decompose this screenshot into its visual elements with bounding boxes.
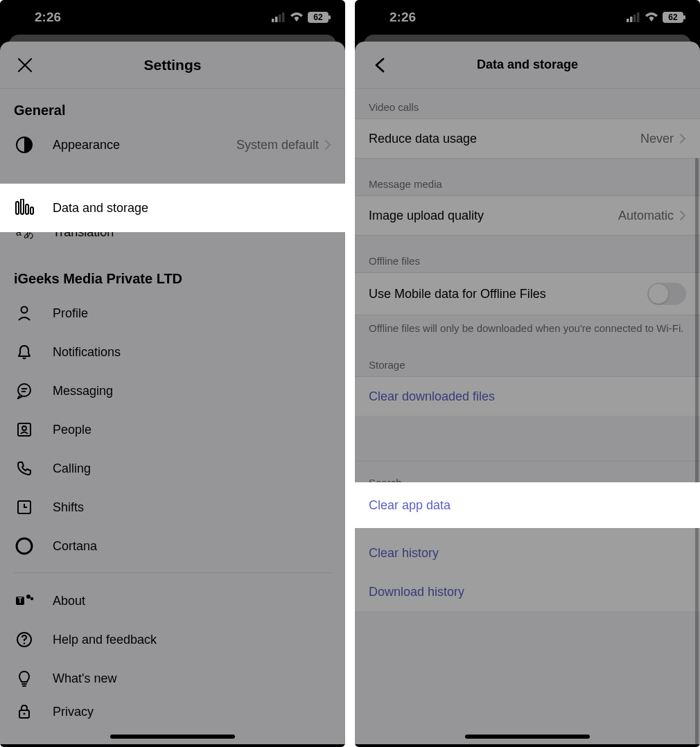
section-video: Video calls: [355, 89, 700, 118]
svg-text:62: 62: [668, 12, 678, 22]
svg-rect-35: [683, 15, 685, 19]
chevron-right-icon: [679, 133, 686, 144]
row-whatsnew[interactable]: What's new: [0, 659, 345, 698]
clock-icon: [14, 497, 35, 518]
clear-files-link: Clear downloaded files: [369, 389, 686, 404]
svg-rect-0: [272, 19, 274, 22]
svg-rect-1: [275, 17, 278, 22]
status-time: 2:26: [390, 10, 416, 25]
row-data-storage[interactable]: Data and storage: [0, 184, 345, 232]
chevron-left-icon: [374, 58, 385, 73]
back-button[interactable]: [366, 51, 394, 79]
battery-icon: 62: [663, 12, 686, 23]
svg-rect-3: [282, 12, 285, 22]
settings-title: Settings: [144, 57, 202, 73]
row-offline-toggle[interactable]: Use Mobile data for Offline Files: [355, 273, 700, 315]
svg-rect-29: [30, 207, 33, 214]
row-people[interactable]: People: [0, 410, 345, 449]
upload-label: Image upload quality: [369, 209, 618, 223]
battery-icon: 62: [308, 12, 331, 23]
offline-toggle-label: Use Mobile data for Offline Files: [369, 287, 647, 301]
svg-rect-31: [630, 17, 633, 22]
row-profile[interactable]: Profile: [0, 294, 345, 333]
section-storage: Storage: [355, 344, 700, 376]
row-help[interactable]: Help and feedback: [0, 620, 345, 659]
svg-point-21: [30, 597, 33, 600]
svg-text:T: T: [18, 597, 22, 604]
contrast-icon: [14, 134, 35, 155]
section-offline: Offline files: [355, 236, 700, 272]
svg-point-10: [21, 307, 28, 313]
about-label: About: [53, 594, 331, 608]
row-clear-files[interactable]: Clear downloaded files: [355, 377, 700, 416]
profile-icon: [14, 303, 35, 324]
row-upload-quality[interactable]: Image upload quality Automatic: [355, 196, 700, 235]
download-history-link: Download history: [369, 585, 686, 599]
svg-rect-14: [18, 423, 30, 436]
offline-toggle[interactable]: [647, 283, 686, 305]
row-messaging[interactable]: Messaging: [0, 371, 345, 410]
status-icons: 62: [627, 12, 686, 23]
svg-rect-27: [21, 199, 24, 214]
right-phone: 2:26 62 Data and storage Video calls Red…: [355, 0, 700, 747]
appearance-value: System default: [236, 138, 319, 152]
left-phone: 2:26 62 Settings General Appearance Syst…: [0, 0, 345, 747]
svg-point-17: [17, 538, 32, 554]
people-label: People: [53, 423, 331, 437]
section-general: General: [0, 89, 345, 125]
svg-rect-32: [633, 15, 636, 22]
svg-rect-28: [26, 204, 28, 214]
help-icon: [14, 629, 35, 650]
appearance-label: Appearance: [53, 138, 236, 152]
teams-icon: T: [14, 590, 35, 611]
signal-icon: [627, 12, 640, 22]
reduce-value: Never: [640, 132, 674, 146]
wifi-icon: [645, 12, 658, 22]
close-icon: [16, 56, 34, 74]
cortana-label: Cortana: [53, 539, 331, 554]
lock-icon: [14, 701, 35, 722]
settings-sheet: Settings General Appearance System defau…: [0, 42, 345, 744]
row-reduce-data[interactable]: Reduce data usage Never: [355, 119, 700, 158]
close-button[interactable]: [11, 51, 39, 79]
section-media: Message media: [355, 159, 700, 195]
row-clear-app-data[interactable]: Clear app data: [355, 482, 700, 528]
datastorage-sheet: Data and storage Video calls Reduce data…: [355, 42, 700, 744]
home-indicator[interactable]: [465, 735, 590, 739]
svg-rect-30: [627, 19, 629, 22]
bulb-icon: [14, 668, 35, 689]
notifications-label: Notifications: [53, 345, 331, 360]
status-bar: 2:26 62: [355, 0, 700, 35]
row-appearance[interactable]: Appearance System default: [0, 125, 345, 164]
help-label: Help and feedback: [53, 633, 331, 647]
svg-rect-2: [279, 15, 281, 22]
whatsnew-label: What's new: [53, 671, 331, 686]
people-icon: [14, 419, 35, 440]
row-cortana[interactable]: Cortana: [0, 527, 345, 565]
svg-point-11: [18, 384, 30, 396]
svg-rect-33: [637, 12, 640, 22]
bell-icon: [14, 342, 35, 362]
clear-history-link: Clear history: [369, 546, 686, 561]
datastorage-header: Data and storage: [355, 42, 700, 89]
scroll-indicator[interactable]: [695, 158, 699, 747]
status-icons: 62: [272, 12, 331, 23]
data-storage-label: Data and storage: [53, 201, 331, 216]
bars-icon: [14, 197, 35, 218]
privacy-label: Privacy: [53, 705, 331, 719]
svg-text:62: 62: [313, 12, 323, 22]
cortana-icon: [14, 536, 35, 556]
home-indicator[interactable]: [110, 735, 235, 739]
row-about[interactable]: T About: [0, 581, 345, 620]
row-clear-history[interactable]: Clear history: [355, 534, 700, 572]
status-time: 2:26: [35, 10, 61, 25]
row-notifications[interactable]: Notifications: [0, 333, 345, 371]
row-privacy[interactable]: Privacy: [0, 698, 345, 726]
upload-value: Automatic: [618, 209, 674, 223]
row-download-history[interactable]: Download history: [355, 572, 700, 611]
row-shifts[interactable]: Shifts: [0, 488, 345, 527]
svg-point-25: [24, 713, 26, 715]
chevron-right-icon: [324, 139, 331, 150]
messaging-label: Messaging: [53, 384, 331, 398]
row-calling[interactable]: Calling: [0, 449, 345, 488]
